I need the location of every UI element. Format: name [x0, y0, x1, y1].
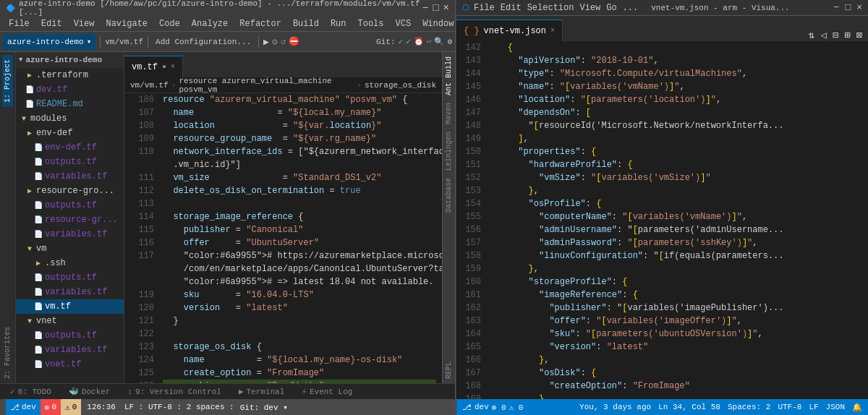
- right-menu-view[interactable]: View: [579, 3, 600, 13]
- tree-item-env-def-tf[interactable]: 📄 env-def.tf: [16, 140, 124, 155]
- right-menu-go[interactable]: Go: [606, 3, 616, 13]
- bottom-tab-todo[interactable]: ✓ 6: TODO: [6, 385, 56, 398]
- tree-item-env-def[interactable]: ▶ env-def: [16, 126, 124, 140]
- git-branch-status[interactable]: ⎇ dev: [6, 399, 41, 415]
- breadcrumb-item-3[interactable]: storage_os_disk: [365, 81, 436, 90]
- tree-item-resource-gr[interactable]: 📄 resource-gr...: [16, 213, 124, 227]
- right-status-bar: ⎇ dev ⊗ 0 ⚠ 0 You, 3 days ago Ln 34, Col…: [456, 399, 868, 415]
- error-count[interactable]: ⊗ 0: [41, 399, 61, 415]
- notifications-icon[interactable]: 🔔: [852, 403, 862, 412]
- line-ending-right[interactable]: LF: [809, 403, 818, 411]
- right-line-number: 149: [459, 132, 481, 145]
- right-menu-file[interactable]: File: [474, 3, 495, 13]
- menu-analyze[interactable]: Analyze: [186, 16, 234, 32]
- build-label-repl[interactable]: REPL: [445, 359, 453, 382]
- close-all-icon[interactable]: ⊠: [856, 29, 862, 41]
- tree-item-vm-folder[interactable]: ▼ vm: [16, 241, 124, 256]
- tree-item-variables-tf-2[interactable]: 📄 variables.tf: [16, 227, 124, 241]
- tree-item-variables-tf-4[interactable]: 📄 variables.tf: [16, 343, 124, 357]
- split-editor-icon[interactable]: ⇅: [809, 29, 814, 41]
- tree-item-variables-tf-1[interactable]: 📄 variables.tf: [16, 169, 124, 184]
- build-label-database[interactable]: Database: [445, 175, 453, 215]
- bottom-tab-terminal[interactable]: ▶ Terminal: [234, 385, 289, 398]
- git-settings-icon[interactable]: ⚙: [447, 37, 452, 46]
- tree-item-modules[interactable]: ▼ modules: [16, 111, 124, 126]
- breadcrumb-item-1[interactable]: vm/vm.tf: [130, 81, 169, 90]
- menu-file[interactable]: File: [3, 16, 35, 32]
- project-root-section[interactable]: ▼ azure-intro-demo: [16, 52, 124, 68]
- menu-vcs[interactable]: VCS: [390, 16, 417, 32]
- run-btn[interactable]: ▶: [263, 36, 269, 48]
- right-close-btn[interactable]: ×: [856, 2, 862, 13]
- right-code-line: "vmSize": "[variables('vmSize')]": [487, 171, 865, 184]
- build-label-ant[interactable]: Ant Build: [445, 54, 453, 98]
- tab-close-icon[interactable]: ×: [171, 63, 175, 71]
- menu-tools[interactable]: Tools: [352, 16, 390, 32]
- breadcrumb-item-2[interactable]: resource azurerm_virtual_machine posvm_v…: [179, 77, 354, 94]
- left-title-bar: 🔷 azure-intro-demo [/home/aw/pc/git/azur…: [0, 0, 455, 16]
- tree-item-vm-tf[interactable]: 📄 vm.tf: [16, 299, 124, 314]
- tree-item-outputs-tf-1[interactable]: 📄 outputs.tf: [16, 155, 124, 169]
- warning-count[interactable]: ⚠ 0: [61, 399, 81, 415]
- sidebar-tab-favorites[interactable]: 2: Favorites: [2, 322, 13, 383]
- right-code-editor[interactable]: { "apiVersion": "2018-10-01", "type": "M…: [484, 41, 868, 399]
- bottom-tab-version-control[interactable]: ↕ 9: Version Control: [123, 386, 225, 398]
- menu-refactor[interactable]: Refactor: [234, 16, 287, 32]
- menu-edit[interactable]: Edit: [35, 16, 68, 32]
- debug-btn[interactable]: ⚙: [272, 36, 278, 48]
- encoding-right[interactable]: UTF-8: [778, 403, 801, 411]
- bottom-tab-docker[interactable]: 🐳 Docker: [64, 385, 115, 398]
- right-tab-vnet-vm[interactable]: { } vnet-vm.json ×: [456, 20, 563, 41]
- menu-view[interactable]: View: [68, 16, 101, 32]
- menu-build[interactable]: Build: [287, 16, 325, 32]
- tree-item-vnet[interactable]: ▼ vnet: [16, 314, 124, 328]
- right-menu-selection[interactable]: Selection: [527, 3, 574, 13]
- right-line-number: 146: [459, 93, 481, 106]
- right-max-btn[interactable]: □: [845, 2, 851, 13]
- toolbar-refresh[interactable]: ↺: [281, 36, 286, 47]
- toolbar-stop[interactable]: ⛔: [289, 36, 299, 47]
- add-config-btn[interactable]: Add Configuration...: [153, 38, 254, 46]
- project-selector[interactable]: azure-intro-demo ▾: [3, 34, 95, 50]
- menu-run[interactable]: Run: [325, 16, 352, 32]
- code-line: "color:#6a9955"># https://azuremarketpla…: [163, 249, 436, 262]
- tree-item-variables-tf-3[interactable]: 📄 variables.tf: [16, 285, 124, 299]
- line-numbers: 1861071081091101111121131141151161171191…: [124, 93, 157, 383]
- tree-item-outputs-tf-3[interactable]: 📄 outputs.tf: [16, 270, 124, 285]
- maximize-btn[interactable]: □: [433, 2, 438, 14]
- git-search-icon[interactable]: 🔍: [434, 37, 444, 46]
- editor-tab-vm-tf[interactable]: vm.tf ● ×: [124, 56, 183, 77]
- minimize-btn[interactable]: −: [422, 2, 428, 14]
- menu-window[interactable]: Window: [417, 16, 459, 32]
- tree-item-ssh[interactable]: ▶ .ssh: [16, 256, 124, 270]
- git-status[interactable]: Git: dev ▾: [237, 403, 291, 412]
- menu-navigate[interactable]: Navigate: [100, 16, 153, 32]
- tree-item-outputs-tf-2[interactable]: 📄 outputs.tf: [16, 198, 124, 213]
- tree-item-readme[interactable]: 📄 README.md: [16, 97, 124, 111]
- split-right-icon[interactable]: ⊞: [844, 29, 850, 41]
- right-min-btn[interactable]: −: [834, 2, 840, 13]
- tree-item-outputs-tf-4[interactable]: 📄 outputs.tf: [16, 328, 124, 343]
- menu-code[interactable]: Code: [153, 16, 186, 32]
- build-label-maven[interactable]: Maven: [445, 100, 453, 127]
- spaces-info[interactable]: Spaces: 2: [728, 403, 770, 411]
- right-menu-more[interactable]: ...: [623, 3, 639, 13]
- tree-label: outputs.tf: [45, 157, 97, 167]
- code-editor[interactable]: resource "azurerm_virtual_machine" "posv…: [157, 93, 442, 383]
- language-right[interactable]: JSON: [826, 403, 845, 411]
- bottom-tab-event-log[interactable]: ⚡ Event Log: [297, 385, 357, 398]
- tree-label: variables.tf: [45, 345, 107, 355]
- right-menu-edit[interactable]: Edit: [501, 3, 522, 13]
- sidebar-tab-project[interactable]: 1: Project: [2, 55, 13, 107]
- more-actions-icon[interactable]: ⊟: [833, 29, 838, 41]
- code-line: create_option = "FromImage": [163, 367, 436, 380]
- right-tab-close[interactable]: ×: [550, 27, 555, 35]
- tree-item-resource-gro[interactable]: ▶ resource-gro...: [16, 184, 124, 198]
- tree-item-vnet-tf[interactable]: 📄 vnet.tf: [16, 357, 124, 372]
- open-preview-icon[interactable]: ◁: [820, 29, 826, 41]
- tree-item-terraform[interactable]: ▶ .terraform: [16, 68, 124, 82]
- tree-item-dev-tf[interactable]: 📄 dev.tf: [16, 82, 124, 97]
- build-label-leiningen[interactable]: Leiningen: [445, 129, 453, 174]
- close-btn[interactable]: ×: [443, 2, 449, 14]
- folder-open-icon: ▼: [19, 114, 29, 124]
